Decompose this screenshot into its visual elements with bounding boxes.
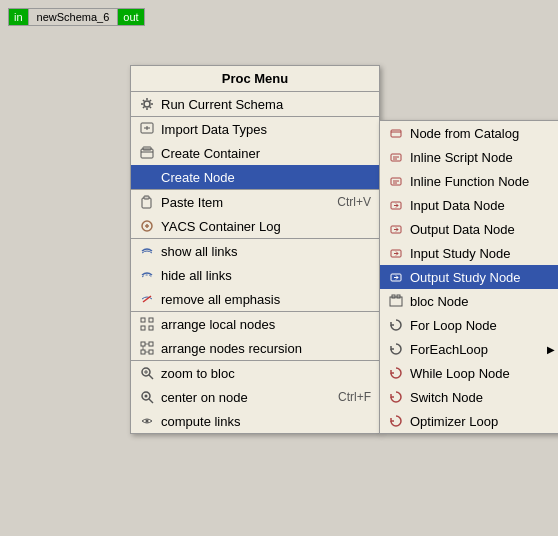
svg-rect-10	[149, 326, 153, 330]
input-study-icon	[388, 245, 404, 261]
menu-item-create-node[interactable]: Create Node	[131, 165, 379, 189]
menu-item-compute-links[interactable]: compute links	[131, 409, 379, 433]
container-icon	[139, 145, 155, 161]
menu-item-run-schema[interactable]: Run Current Schema	[131, 92, 379, 116]
submenu-item-bloc-node[interactable]: bloc Node	[380, 289, 558, 313]
svg-rect-9	[141, 326, 145, 330]
for-loop-icon	[388, 317, 404, 333]
paste-label: Paste Item	[161, 195, 223, 210]
switch-node-icon	[388, 389, 404, 405]
output-data-icon	[388, 221, 404, 237]
inline-function-icon	[388, 173, 404, 189]
compute-links-icon	[139, 413, 155, 429]
output-study-icon	[388, 269, 404, 285]
menu-item-center-node[interactable]: center on node Ctrl+F	[131, 385, 379, 409]
svg-rect-13	[141, 350, 145, 354]
menu-title: Proc Menu	[131, 66, 379, 92]
schema-node: in newSchema_6 out	[8, 8, 145, 26]
menu-item-show-links[interactable]: show all links	[131, 239, 379, 263]
menu-item-yacs-log[interactable]: YACS Container Log	[131, 214, 379, 238]
arrange-local-label: arrange local nodes	[161, 317, 275, 332]
show-links-icon	[139, 243, 155, 259]
menu-item-paste[interactable]: Paste Item Ctrl+V	[131, 190, 379, 214]
optimizer-loop-label: Optimizer Loop	[410, 414, 498, 429]
menu-item-remove-emphasis[interactable]: remove all emphasis	[131, 287, 379, 311]
menu-item-arrange-recursion[interactable]: arrange nodes recursion	[131, 336, 379, 360]
create-container-label: Create Container	[161, 146, 260, 161]
submenu-item-while-loop[interactable]: While Loop Node	[380, 361, 558, 385]
create-node-label: Create Node	[161, 170, 235, 185]
svg-rect-11	[141, 342, 145, 346]
submenu-item-inline-function[interactable]: Inline Function Node	[380, 169, 558, 193]
svg-rect-14	[149, 350, 153, 354]
import-icon	[139, 121, 155, 137]
output-study-label: Output Study Node	[410, 270, 521, 285]
output-data-label: Output Data Node	[410, 222, 515, 237]
node-catalog-icon	[388, 125, 404, 141]
optimizer-loop-icon	[388, 413, 404, 429]
log-icon	[139, 218, 155, 234]
create-node-icon	[139, 169, 155, 185]
center-node-label: center on node	[161, 390, 248, 405]
paste-icon	[139, 194, 155, 210]
submenu-item-optimizer-loop[interactable]: Optimizer Loop	[380, 409, 558, 433]
menu-item-import-data[interactable]: Import Data Types	[131, 117, 379, 141]
menu-item-create-container[interactable]: Create Container	[131, 141, 379, 165]
zoom-icon	[139, 365, 155, 381]
node-catalog-label: Node from Catalog	[410, 126, 519, 141]
remove-emphasis-label: remove all emphasis	[161, 292, 280, 307]
menu-item-arrange-local[interactable]: arrange local nodes	[131, 312, 379, 336]
submenu-item-output-data[interactable]: Output Data Node	[380, 217, 558, 241]
zoom-bloc-label: zoom to bloc	[161, 366, 235, 381]
for-loop-label: For Loop Node	[410, 318, 497, 333]
while-loop-icon	[388, 365, 404, 381]
input-data-icon	[388, 197, 404, 213]
submenu-item-switch-node[interactable]: Switch Node	[380, 385, 558, 409]
center-node-shortcut: Ctrl+F	[338, 390, 371, 404]
svg-rect-5	[144, 196, 149, 199]
center-node-icon	[139, 389, 155, 405]
bloc-node-label: bloc Node	[410, 294, 469, 309]
svg-point-18	[146, 420, 149, 423]
menu-item-hide-links[interactable]: hide all links	[131, 263, 379, 287]
node-label: newSchema_6	[29, 9, 118, 25]
hide-links-icon	[139, 267, 155, 283]
bloc-node-icon	[388, 293, 404, 309]
svg-rect-19	[391, 130, 401, 137]
submenu-item-input-data[interactable]: Input Data Node	[380, 193, 558, 217]
foreach-loop-label: ForEachLoop	[410, 342, 488, 357]
menu-item-zoom-bloc[interactable]: zoom to bloc	[131, 361, 379, 385]
foreach-arrow: ▶	[547, 344, 555, 355]
yacs-log-label: YACS Container Log	[161, 219, 281, 234]
port-out: out	[117, 9, 143, 25]
svg-point-17	[145, 395, 148, 398]
submenu-item-for-loop[interactable]: For Loop Node	[380, 313, 558, 337]
inline-script-icon	[388, 149, 404, 165]
inline-script-label: Inline Script Node	[410, 150, 513, 165]
submenu-item-node-catalog[interactable]: Node from Catalog	[380, 121, 558, 145]
while-loop-label: While Loop Node	[410, 366, 510, 381]
hide-links-label: hide all links	[161, 268, 232, 283]
foreach-loop-icon	[388, 341, 404, 357]
run-schema-label: Run Current Schema	[161, 97, 283, 112]
inline-function-label: Inline Function Node	[410, 174, 529, 189]
remove-emphasis-icon	[139, 291, 155, 307]
arrange-local-icon	[139, 316, 155, 332]
gear-icon	[139, 96, 155, 112]
show-links-label: show all links	[161, 244, 238, 259]
svg-rect-8	[149, 318, 153, 322]
svg-rect-7	[141, 318, 145, 322]
submenu-item-inline-script[interactable]: Inline Script Node	[380, 145, 558, 169]
context-menu: Proc Menu Run Current Schema Import Data…	[130, 65, 380, 434]
submenu: Node from Catalog Inline Script Node Inl…	[379, 120, 558, 434]
input-data-label: Input Data Node	[410, 198, 505, 213]
submenu-item-input-study[interactable]: Input Study Node	[380, 241, 558, 265]
compute-links-label: compute links	[161, 414, 240, 429]
submenu-item-output-study[interactable]: Output Study Node	[380, 265, 558, 289]
svg-rect-12	[149, 342, 153, 346]
svg-point-0	[144, 101, 150, 107]
arrange-recursion-icon	[139, 340, 155, 356]
import-data-label: Import Data Types	[161, 122, 267, 137]
submenu-item-foreach-loop[interactable]: ForEachLoop ▶	[380, 337, 558, 361]
port-in: in	[9, 9, 29, 25]
